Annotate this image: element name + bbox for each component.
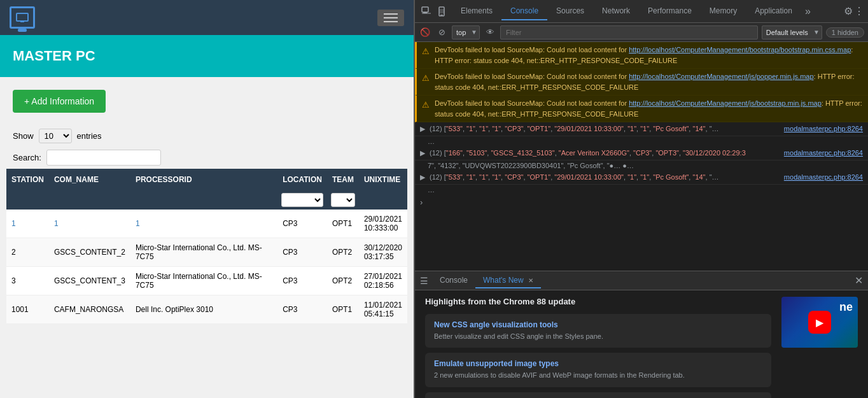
- warn-text-1: DevTools failed to load SourceMap: Could…: [435, 46, 853, 64]
- log-level-select[interactable]: Default levels: [762, 25, 822, 39]
- col-comname: COM_NAME: [49, 169, 130, 190]
- row1-processorid[interactable]: 1: [136, 219, 140, 228]
- log-filename-3[interactable]: modalmasterpc.php:8264: [784, 173, 863, 181]
- hidden-count-badge[interactable]: 1 hidden: [826, 27, 864, 38]
- context-select[interactable]: top: [452, 25, 480, 39]
- svg-rect-1: [20, 21, 24, 22]
- warn-link-3[interactable]: http://localhost/ComputerManagement/js/b…: [629, 99, 822, 107]
- log-filename-1[interactable]: modalmasterpc.php:8264: [784, 125, 863, 132]
- warn-icon-2: ⚠: [422, 72, 430, 85]
- whats-new-card2-title[interactable]: Emulate unsupported image types: [434, 359, 762, 368]
- tab-sources[interactable]: Sources: [547, 3, 593, 20]
- row2-comname: GSCS_CONTENT_2: [49, 238, 130, 267]
- device-icon[interactable]: [435, 4, 451, 19]
- row4-comname: CAFM_NARONGSA: [49, 295, 130, 324]
- whats-new-left: Highlights from the Chrome 88 update New…: [425, 297, 771, 392]
- whats-new-card1-desc: Better visualize and edit CSS angle in t…: [434, 332, 762, 341]
- filter-station: [6, 190, 49, 210]
- log-content-1: (12) ["533", "1", "1", "1", "CP3", "OPT1…: [430, 125, 719, 132]
- warn-icon-3: ⚠: [422, 99, 430, 111]
- devtools-more-icon[interactable]: ⋮: [854, 5, 864, 17]
- filter-icon[interactable]: ⊘: [435, 26, 448, 39]
- team-filter-select[interactable]: [331, 193, 355, 207]
- location-filter-select[interactable]: [281, 193, 323, 207]
- hamburger-button[interactable]: [377, 10, 404, 26]
- filter-location: [277, 190, 327, 210]
- console-output: ⚠ DevTools failed to load SourceMap: Cou…: [415, 42, 868, 271]
- log-toggle-1[interactable]: ▶: [420, 125, 425, 132]
- whats-new-card2-desc: 2 new emulations to disable AVIF and Web…: [434, 371, 762, 380]
- log-entry-2: modalmasterpc.php:8264 ▶ (12) ["166", "5…: [415, 146, 868, 160]
- row2-station: 2: [6, 238, 49, 267]
- bottom-tab-whatsnew[interactable]: What's New ✕: [475, 273, 541, 288]
- eye-icon[interactable]: 👁: [484, 26, 496, 39]
- row3-processorid: Micro-Star International Co., Ltd. MS-7C…: [130, 267, 277, 295]
- more-tabs-btn[interactable]: »: [801, 6, 815, 17]
- log-sub-2: 7", "4132", "UDVQWST20223900BD30401", "P…: [415, 160, 868, 171]
- warn-link-2[interactable]: http://localhost/ComputerManagement/js/p…: [629, 73, 813, 80]
- whats-new-content: Highlights from the Chrome 88 update New…: [415, 290, 868, 398]
- devtools-bottom-panel: ☰ Console What's New ✕ ✕ Highlights from…: [415, 271, 868, 398]
- log-toggle-3[interactable]: ▶: [420, 173, 425, 181]
- tab-application[interactable]: Application: [746, 3, 801, 20]
- monitor-icon: [10, 6, 35, 29]
- expand-icon[interactable]: ›: [415, 195, 868, 210]
- tab-network[interactable]: Network: [593, 3, 639, 20]
- inspect-icon[interactable]: [419, 4, 434, 19]
- row2-processorid: Micro-Star International Co., Ltd. MS-7C…: [130, 238, 277, 267]
- row3-team: OPT2: [327, 267, 359, 295]
- log-toggle-2[interactable]: ▶: [420, 149, 425, 157]
- whats-new-card1-title[interactable]: New CSS angle visualization tools: [434, 320, 762, 329]
- add-info-button[interactable]: + Add Information: [13, 90, 106, 113]
- entries-label: entries: [77, 131, 102, 141]
- col-processorid: PROCESSORID: [130, 169, 277, 190]
- row1-station[interactable]: 1: [11, 219, 16, 228]
- console-toolbar: 🚫 ⊘ top ▼ 👁 Default levels ▼ 1 hidden: [415, 23, 868, 42]
- show-label: Show: [13, 131, 34, 141]
- bottom-tab-console[interactable]: Console: [432, 273, 475, 288]
- console-filter-input[interactable]: [500, 25, 758, 39]
- bottom-panel-close-icon[interactable]: ✕: [855, 274, 863, 287]
- entries-select[interactable]: 10 25 50 100: [39, 129, 72, 143]
- table-row: 3 GSCS_CONTENT_3 Micro-Star Internationa…: [6, 267, 407, 295]
- bottom-panel-icon[interactable]: ☰: [420, 276, 428, 286]
- top-nav: [0, 0, 414, 35]
- whats-new-right: ne ▶: [781, 297, 858, 392]
- filter-team: [327, 190, 359, 210]
- col-team: TEAM: [327, 169, 359, 190]
- log-entry-1: modalmasterpc.php:8264 ▶ (12) ["533", "1…: [415, 122, 868, 136]
- row1-comname[interactable]: 1: [54, 219, 59, 228]
- col-location: LOCATION: [277, 169, 327, 190]
- site-title: MASTER PC: [0, 35, 414, 77]
- tab-memory[interactable]: Memory: [701, 3, 746, 20]
- whatsnew-close-icon[interactable]: ✕: [528, 277, 533, 284]
- youtube-play-icon[interactable]: ▶: [808, 311, 831, 334]
- bottom-tab-bar: ☰ Console What's New ✕ ✕: [415, 271, 868, 290]
- devtools-tabs: Elements Console Sources Network Perform…: [452, 3, 843, 20]
- search-input[interactable]: [46, 150, 161, 166]
- filter-unixtime: [359, 190, 407, 210]
- row3-station: 3: [6, 267, 49, 295]
- whats-new-card-2: Emulate unsupported image types 2 new em…: [425, 353, 771, 387]
- row4-station: 1001: [6, 295, 49, 324]
- col-unixtime: UNIXTIME: [359, 169, 407, 190]
- warning-3: ⚠ DevTools failed to load SourceMap: Cou…: [415, 96, 868, 122]
- devtools-settings-icon[interactable]: ⚙: [844, 5, 853, 17]
- clear-console-icon[interactable]: 🚫: [419, 26, 431, 39]
- warning-1: ⚠ DevTools failed to load SourceMap: Cou…: [415, 42, 868, 69]
- log-content-3: (12) ["533", "1", "1", "1", "CP3", "OPT1…: [430, 173, 719, 181]
- youtube-thumbnail[interactable]: ne ▶: [781, 297, 858, 348]
- tab-performance[interactable]: Performance: [639, 3, 701, 20]
- warn-link-1[interactable]: http://localhost/ComputerManagement/boot…: [629, 46, 851, 53]
- data-table-wrap: STATION COM_NAME PROCESSORID LOCATION TE…: [0, 169, 414, 398]
- filter-comname: [49, 190, 130, 210]
- row2-location: CP3: [277, 238, 327, 267]
- row3-comname: GSCS_CONTENT_3: [49, 267, 130, 295]
- tab-console[interactable]: Console: [501, 3, 547, 20]
- tab-elements[interactable]: Elements: [452, 3, 501, 20]
- log-filename-2[interactable]: modalmasterpc.php:8264: [784, 149, 863, 157]
- search-label: Search:: [13, 153, 41, 162]
- col-station: STATION: [6, 169, 49, 190]
- table-row: 2 GSCS_CONTENT_2 Micro-Star Internationa…: [6, 238, 407, 267]
- row4-location: CP3: [277, 295, 327, 324]
